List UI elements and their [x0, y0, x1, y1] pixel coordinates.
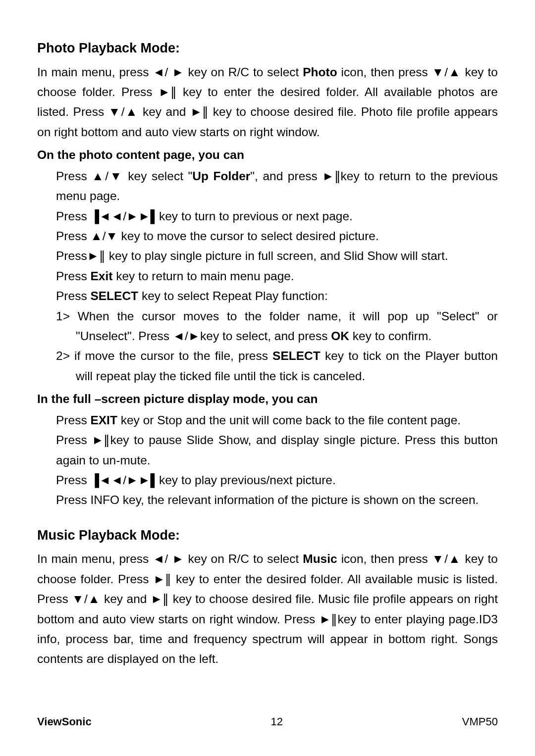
music-intro-bold: Music [303, 552, 337, 565]
photo-fs3: Press ▐◄◄/►►▌key to play previous/next p… [37, 470, 498, 490]
photo-intro: In main menu, press ◄/ ► key on R/C to s… [37, 62, 498, 143]
photo-fs2: Press ►‖key to pause Slide Show, and dis… [37, 430, 498, 470]
photo-line6c: key to select Repeat Play function: [138, 289, 328, 302]
photo-line6b: SELECT [90, 289, 138, 302]
photo-line4: Press►‖ key to play single picture in fu… [37, 246, 498, 266]
photo-line5: Press Exit key to return to main menu pa… [37, 266, 498, 286]
photo-fs1c: key or Stop and the unit will come back … [117, 413, 461, 427]
music-intro-p2: icon, then press ▼/▲ key to choose folde… [37, 552, 498, 665]
photo-num1: 1> When the cursor moves to the folder n… [37, 306, 498, 347]
photo-fs4: Press INFO key, the relevant information… [37, 490, 498, 510]
photo-fs1: Press EXIT key or Stop and the unit will… [37, 410, 498, 430]
photo-heading: Photo Playback Mode: [37, 37, 498, 59]
photo-intro-p1: In main menu, press ◄/ ► key on R/C to s… [37, 65, 303, 79]
footer-page: 12 [271, 715, 283, 728]
photo-line1a: Press ▲/▼ key select " [56, 169, 192, 183]
photo-num1b: OK [331, 329, 349, 343]
footer-brand: ViewSonic [37, 715, 92, 728]
photo-line3: Press ▲/▼ key to move the cursor to sele… [37, 226, 498, 246]
photo-line6a: Press [56, 289, 90, 302]
photo-line1b: Up Folder [192, 169, 250, 183]
photo-line5c: key to return to main menu page. [112, 269, 294, 283]
photo-num2b: SELECT [272, 349, 321, 362]
music-intro: In main menu, press ◄/ ► key on R/C to s… [37, 549, 498, 669]
photo-line1: Press ▲/▼ key select "Up Folder", and pr… [37, 166, 498, 206]
music-heading: Music Playback Mode: [37, 524, 498, 547]
photo-fs1b: EXIT [90, 413, 117, 427]
photo-num1c: key to confirm. [349, 329, 431, 343]
music-intro-p1: In main menu, press ◄/ ► key on R/C to s… [37, 552, 303, 565]
photo-num2a: 2> if move the cursor to the file, press [56, 349, 272, 362]
footer-model: VMP50 [462, 715, 498, 728]
document-content: Photo Playback Mode: In main menu, press… [37, 37, 498, 669]
photo-intro-bold: Photo [303, 65, 337, 79]
photo-line6: Press SELECT key to select Repeat Play f… [37, 286, 498, 306]
photo-sub1: On the photo content page, you can [37, 145, 498, 165]
footer: ViewSonic 12 VMP50 [37, 715, 498, 728]
photo-sub2: In the full –screen picture display mode… [37, 389, 498, 409]
photo-line5a: Press [56, 269, 90, 283]
photo-fs1a: Press [56, 413, 90, 427]
photo-line5b: Exit [90, 269, 112, 283]
photo-line2: Press ▐◄◄/►►▌key to turn to previous or … [37, 206, 498, 226]
photo-num2: 2> if move the cursor to the file, press… [37, 346, 498, 386]
photo-num1a: 1> When the cursor moves to the folder n… [56, 309, 498, 343]
